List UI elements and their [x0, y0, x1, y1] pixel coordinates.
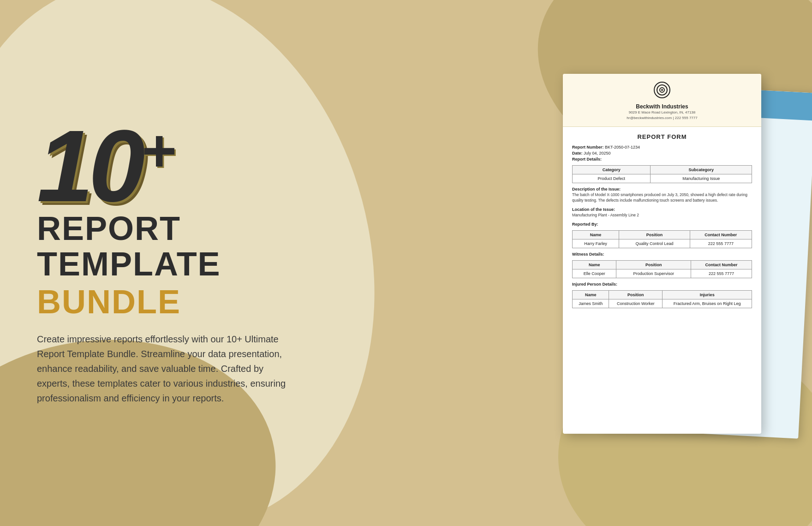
table-row: James Smith Construction Worker Fracture…	[573, 299, 752, 308]
col-subcategory: Subcategory	[651, 166, 752, 174]
doc-front: Beckwith Industries 9029 E Mace Road Lex…	[563, 74, 761, 434]
col-category: Category	[573, 166, 651, 174]
col-position: Position	[616, 260, 691, 269]
doc-body: REPORT FORM Report Number: BKT-2050-07-1…	[563, 127, 761, 318]
report-number-field: Report Number: BKT-2050-07-1234	[572, 145, 752, 149]
report-details-label: Report Details:	[572, 157, 752, 161]
date-value: July 04, 20250	[584, 151, 611, 155]
reported-by-table: Name Position Contact Number Harry Farle…	[572, 230, 752, 248]
witness-position: Production Supervisor	[616, 269, 691, 278]
location-text: Manufacturing Plant - Assembly Line 2	[572, 213, 752, 218]
col-position: Position	[609, 290, 663, 299]
category-value: Product Defect	[573, 174, 651, 183]
company-logo	[653, 81, 671, 99]
col-name: Name	[573, 230, 619, 239]
injured-injuries: Fractured Arm, Bruises on Right Leg	[663, 299, 752, 308]
col-position: Position	[619, 230, 690, 239]
report-number-value: BKT-2050-07-1234	[605, 145, 640, 149]
location-label: Location of the Issue:	[572, 207, 752, 212]
col-contact: Contact Number	[690, 230, 752, 239]
table-row: Harry Farley Quality Control Lead 222 55…	[573, 239, 752, 248]
description-text: Create impressive reports effortlessly w…	[37, 332, 295, 406]
col-injuries: Injuries	[663, 290, 752, 299]
table-row: Product Defect Manufacturing Issue	[573, 174, 752, 183]
table-row: Elle Cooper Production Supervisor 222 55…	[573, 269, 752, 278]
category-table: Category Subcategory Product Defect Manu…	[572, 165, 752, 183]
number-plus-row: 10 +	[37, 120, 351, 212]
witness-table: Name Position Contact Number Elle Cooper…	[572, 260, 752, 278]
subcategory-value: Manufacturing Issue	[651, 174, 752, 183]
bundle-text: BUNDLE	[37, 283, 181, 320]
reporter-position: Quality Control Lead	[619, 239, 690, 248]
date-label: Date:	[572, 151, 583, 155]
svg-point-3	[661, 89, 663, 91]
company-address: 9029 E Mace Road Lexington, IN, 47138	[572, 110, 752, 115]
witness-label: Witness Details:	[572, 252, 752, 257]
doc-title: REPORT FORM	[572, 133, 752, 140]
documents-area: Beckwith Industries 9029 E Mace Road Lex…	[563, 74, 803, 452]
report-number-label: Report Number:	[572, 145, 604, 149]
col-name: Name	[573, 290, 609, 299]
company-name: Beckwith Industries	[572, 103, 752, 110]
col-contact: Contact Number	[691, 260, 752, 269]
injured-table: Name Position Injuries James Smith Const…	[572, 290, 752, 308]
template-text: TEMPLATE	[37, 245, 221, 282]
big-number: 10	[37, 120, 141, 212]
plus-sign: +	[141, 120, 176, 180]
report-text: REPORT	[37, 210, 181, 247]
reporter-name: Harry Farley	[573, 239, 619, 248]
doc-header: Beckwith Industries 9029 E Mace Road Lex…	[563, 74, 761, 127]
reporter-contact: 222 555 7777	[690, 239, 752, 248]
date-field: Date: July 04, 20250	[572, 151, 752, 155]
description-label: Description of the Issue:	[572, 187, 752, 191]
injured-position: Construction Worker	[609, 299, 663, 308]
company-contact: hr@beckwithindustries.com | 222 555 7777	[572, 115, 752, 121]
injured-label: Injured Person Details:	[572, 282, 752, 287]
description-text: The batch of Model X-1000 smartphones pr…	[572, 192, 752, 203]
witness-contact: 222 555 7777	[691, 269, 752, 278]
report-line: REPORT	[37, 212, 351, 245]
col-name: Name	[573, 260, 616, 269]
left-content: 10 + REPORT TEMPLATE BUNDLE Create impre…	[37, 120, 351, 406]
reported-by-label: Reported By:	[572, 222, 752, 227]
template-bundle-line: TEMPLATE BUNDLE	[37, 245, 351, 321]
injured-name: James Smith	[573, 299, 609, 308]
witness-name: Elle Cooper	[573, 269, 616, 278]
